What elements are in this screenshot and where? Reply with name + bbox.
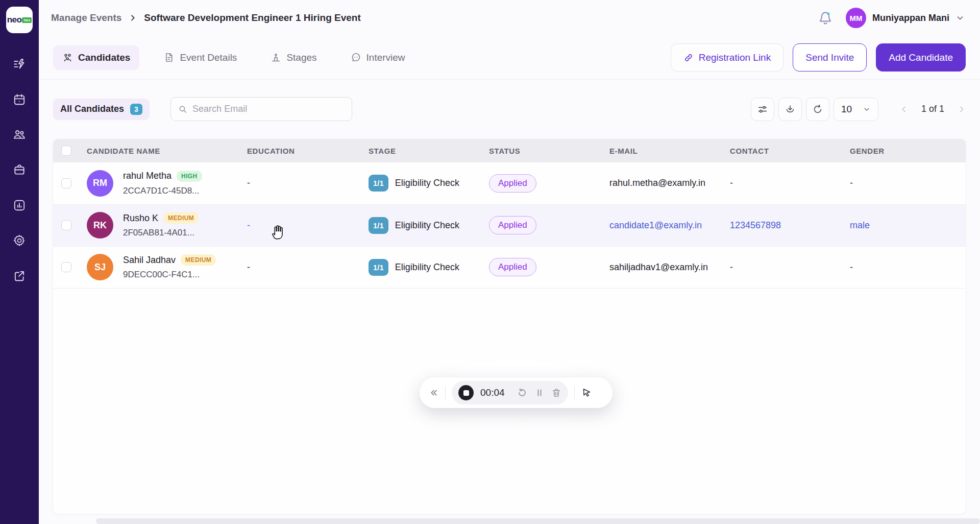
sidebar-item-candidates[interactable] bbox=[13, 128, 26, 141]
pause-recording-button[interactable] bbox=[534, 388, 545, 398]
candidate-id: 2CCA7D1C-45D8... bbox=[123, 186, 202, 196]
users-icon bbox=[13, 128, 26, 141]
priority-badge: MEDIUM bbox=[181, 254, 216, 266]
filter-right: 10 1 of 1 bbox=[747, 98, 966, 121]
horizontal-scrollbar[interactable] bbox=[96, 518, 980, 524]
stages-tab-icon bbox=[271, 52, 281, 63]
stage-cell: 1/1 Eligibility Check bbox=[369, 259, 481, 276]
column-gender: GENDER bbox=[842, 139, 966, 162]
column-candidate-name: CANDIDATE NAME bbox=[79, 139, 239, 162]
sliders-icon bbox=[757, 104, 768, 115]
gender-cell: - bbox=[842, 162, 966, 204]
column-education: EDUCATION bbox=[239, 139, 360, 162]
gender-cell: - bbox=[842, 246, 966, 288]
restart-icon bbox=[517, 387, 528, 398]
sidebar-item-analytics[interactable] bbox=[13, 199, 26, 212]
cursor-mode-button[interactable] bbox=[581, 387, 592, 398]
double-chevron-left-icon bbox=[428, 387, 439, 398]
bar-chart-icon bbox=[13, 199, 26, 212]
tabs: Candidates Event Details Stages Intervie… bbox=[53, 45, 414, 70]
stop-recording-button[interactable] bbox=[458, 385, 474, 400]
email-cell: sahiljadhav1@examly.in bbox=[601, 246, 722, 288]
logo-text: neo bbox=[7, 15, 22, 25]
download-button[interactable] bbox=[778, 98, 802, 121]
send-invite-button[interactable]: Send Invite bbox=[793, 43, 867, 72]
recorder-collapse-button[interactable] bbox=[428, 387, 439, 398]
trash-icon bbox=[551, 388, 561, 398]
quick-actions-icon bbox=[13, 58, 26, 71]
row-checkbox[interactable] bbox=[61, 178, 71, 188]
search-input[interactable] bbox=[192, 104, 345, 114]
tab-label: Event Details bbox=[180, 52, 237, 63]
tab-interview[interactable]: Interview bbox=[341, 45, 414, 70]
topbar: Manage Events Software Development Engin… bbox=[39, 0, 980, 36]
all-candidates-filter[interactable]: All Candidates 3 bbox=[53, 99, 150, 120]
select-all-checkbox[interactable] bbox=[61, 146, 71, 156]
registration-link-button[interactable]: Registration Link bbox=[671, 43, 784, 72]
candidate-name: rahul Metha bbox=[123, 171, 172, 181]
column-email: E-MAIL bbox=[601, 139, 722, 162]
pause-icon bbox=[534, 388, 545, 398]
send-invite-label: Send Invite bbox=[805, 52, 854, 63]
row-checkbox[interactable] bbox=[61, 262, 71, 272]
priority-badge: HIGH bbox=[177, 171, 202, 182]
candidate-row[interactable]: RK Rusho K MEDIUM 2F05AB81-4A01... - 1/1… bbox=[53, 204, 966, 246]
candidate-cell: RK Rusho K MEDIUM 2F05AB81-4A01... bbox=[87, 212, 239, 239]
delete-recording-button[interactable] bbox=[551, 388, 561, 398]
page-size-select[interactable]: 10 bbox=[834, 98, 878, 121]
sidebar-item-jobs[interactable] bbox=[13, 163, 26, 176]
external-link-icon bbox=[13, 269, 26, 282]
email-cell: candidate1@examly.in bbox=[601, 204, 722, 246]
logo-hire-badge: hire bbox=[22, 17, 32, 23]
stage-count-badge: 1/1 bbox=[369, 217, 388, 234]
candidate-row[interactable]: RM rahul Metha HIGH 2CCA7D1C-45D8... - 1… bbox=[53, 162, 966, 204]
tab-label: Interview bbox=[366, 52, 405, 63]
recording-time: 00:04 bbox=[480, 387, 510, 398]
tab-label: Candidates bbox=[78, 52, 130, 63]
chevron-right-icon bbox=[129, 14, 137, 22]
page-title: Software Development Engineer 1 Hiring E… bbox=[144, 12, 360, 23]
status-badge: Applied bbox=[489, 174, 536, 193]
breadcrumb: Manage Events Software Development Engin… bbox=[51, 12, 361, 23]
table-body: RM rahul Metha HIGH 2CCA7D1C-45D8... - 1… bbox=[53, 162, 966, 288]
priority-badge: MEDIUM bbox=[163, 212, 199, 224]
refresh-button[interactable] bbox=[806, 98, 829, 121]
header-actions: Registration Link Send Invite Add Candid… bbox=[671, 43, 966, 72]
user-menu[interactable]: MM Muniyappan Mani bbox=[846, 8, 965, 28]
sidebar-item-settings[interactable] bbox=[13, 234, 26, 247]
notifications-button[interactable] bbox=[818, 11, 832, 25]
restart-recording-button[interactable] bbox=[517, 387, 528, 398]
candidates-tab-icon bbox=[62, 52, 73, 63]
cursor-arrow-icon bbox=[581, 387, 592, 398]
stop-icon bbox=[463, 390, 469, 396]
filter-toolbar: All Candidates 3 10 bbox=[39, 80, 980, 138]
stage-count-badge: 1/1 bbox=[369, 175, 388, 192]
chevron-down-icon bbox=[955, 13, 965, 22]
tab-candidates[interactable]: Candidates bbox=[53, 45, 139, 70]
candidate-id: 2F05AB81-4A01... bbox=[123, 228, 199, 238]
tab-stages[interactable]: Stages bbox=[261, 45, 326, 70]
app-logo[interactable]: neo hire bbox=[6, 7, 33, 33]
recorder-controls: 00:04 bbox=[452, 381, 568, 404]
candidate-count-badge: 3 bbox=[130, 104, 142, 115]
breadcrumb-manage-events[interactable]: Manage Events bbox=[51, 12, 121, 23]
candidate-name: Sahil Jadhav bbox=[123, 255, 176, 266]
status-badge: Applied bbox=[489, 216, 536, 234]
table-header-row: CANDIDATE NAME EDUCATION STAGE STATUS E-… bbox=[53, 139, 966, 162]
tab-event-details[interactable]: Event Details bbox=[155, 45, 246, 70]
education-cell: - bbox=[239, 204, 360, 246]
sidebar-item-external-link[interactable] bbox=[13, 269, 26, 282]
stage-count-badge: 1/1 bbox=[369, 259, 388, 276]
row-checkbox[interactable] bbox=[61, 220, 71, 230]
previous-page-icon[interactable] bbox=[900, 105, 908, 113]
sidebar-item-quick-actions[interactable] bbox=[13, 58, 26, 71]
all-candidates-label: All Candidates bbox=[60, 104, 124, 114]
next-page-icon[interactable] bbox=[958, 105, 966, 113]
candidates-table: CANDIDATE NAME EDUCATION STAGE STATUS E-… bbox=[53, 139, 966, 289]
user-name: Muniyappan Mani bbox=[872, 13, 949, 23]
candidate-row[interactable]: SJ Sahil Jadhav MEDIUM 9DECC00C-F4C1... … bbox=[53, 246, 966, 288]
tab-bar: Candidates Event Details Stages Intervie… bbox=[39, 36, 980, 80]
filter-settings-button[interactable] bbox=[751, 98, 774, 121]
add-candidate-button[interactable]: Add Candidate bbox=[876, 43, 966, 72]
sidebar-item-calendar[interactable] bbox=[13, 93, 26, 106]
